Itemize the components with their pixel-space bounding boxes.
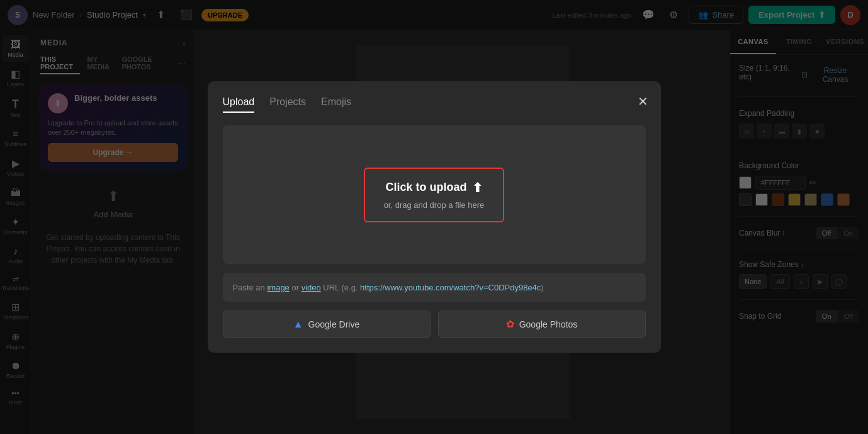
upload-area[interactable]: Click to upload ⬆ or, drag and drop a fi…: [223, 125, 646, 264]
modal-tab-upload[interactable]: Upload: [223, 96, 255, 113]
modal-tabs: Upload Projects Emojis: [223, 96, 646, 113]
url-paste-area[interactable]: Paste an image or video URL (e.g. https:…: [223, 273, 646, 302]
upload-cta-subtitle: or, drag and drop a file here: [384, 200, 485, 210]
url-example: https://www.youtube.com/watch?v=C0DPdy98…: [360, 283, 541, 292]
modal-overlay[interactable]: Upload Projects Emojis ✕ Click to upload…: [0, 0, 868, 434]
upload-cta[interactable]: Click to upload ⬆ or, drag and drop a fi…: [364, 168, 505, 222]
upload-modal: Upload Projects Emojis ✕ Click to upload…: [208, 81, 661, 353]
modal-tab-emojis[interactable]: Emojis: [321, 96, 351, 113]
url-paste-text: Paste an image or video URL (e.g. https:…: [233, 283, 544, 292]
google-photos-button[interactable]: ✿ Google Photos: [438, 311, 646, 338]
google-photos-icon: ✿: [506, 318, 514, 330]
modal-bottom-buttons: ▲ Google Drive ✿ Google Photos: [223, 311, 646, 338]
modal-tab-projects[interactable]: Projects: [269, 96, 306, 113]
modal-close-button[interactable]: ✕: [638, 94, 648, 109]
image-link[interactable]: image: [267, 283, 289, 292]
google-drive-button[interactable]: ▲ Google Drive: [223, 311, 431, 338]
video-link[interactable]: video: [302, 283, 321, 292]
upload-cta-text: Click to upload ⬆: [385, 180, 482, 195]
upload-arrow-icon: ⬆: [472, 180, 483, 195]
google-drive-icon: ▲: [293, 319, 303, 330]
